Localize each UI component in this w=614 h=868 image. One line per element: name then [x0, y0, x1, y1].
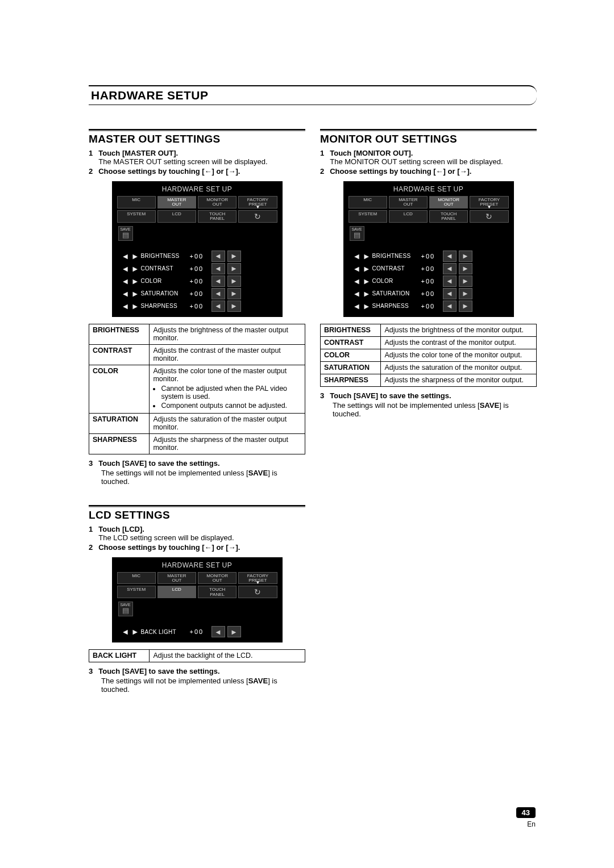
increment-button[interactable]: ► — [459, 263, 472, 274]
increment-button[interactable]: ► — [459, 251, 472, 262]
hardware-panel-master: HARDWARE SET UP MIC MASTEROUT MONITOROUT… — [112, 181, 283, 317]
step-3: 3 Touch [SAVE] to save the settings. — [89, 667, 305, 675]
setting-label: BRIGHTNESS — [141, 253, 188, 259]
decrement-button[interactable]: ◄ — [211, 301, 225, 312]
tab-system[interactable]: SYSTEM — [349, 210, 387, 223]
page-header: HARDWARE SETUP — [89, 85, 537, 105]
spec-table-master: BRIGHTNESSAdjusts the brightness of the … — [89, 324, 305, 454]
tab-lcd[interactable]: LCD — [157, 210, 196, 223]
step-number: 1 — [320, 149, 324, 166]
spec-key: SHARPNESS — [89, 433, 150, 454]
step-text: Choose settings by touching [ — [98, 167, 204, 176]
increment-button[interactable]: ► — [227, 276, 241, 287]
step-text: ]. — [235, 167, 240, 176]
right-column: MONITOR OUT SETTINGS 1 Touch [MONITOR OU… — [320, 129, 537, 694]
refresh-icon: ↻ — [486, 212, 492, 221]
page-footer: 43 En — [516, 807, 536, 828]
refresh-button[interactable]: ↻ — [470, 210, 508, 223]
arrow-right-icon: → — [459, 167, 467, 176]
tab-factory-preset[interactable]: FACTORYPRESET▼ — [238, 572, 277, 585]
step-1: 1 Touch [LCD]. The LCD setting screen wi… — [89, 525, 305, 542]
tab-lcd[interactable]: LCD — [389, 210, 428, 223]
spec-value: Adjusts the contrast of the master outpu… — [150, 344, 305, 365]
step-note: The settings will not be implemented unl… — [101, 677, 305, 694]
setting-label: COLOR — [141, 278, 188, 284]
setting-row: ◄►BACK LIGHT+00◄► — [114, 625, 280, 638]
setting-row: ◄►SATURATION+00◄► — [114, 287, 280, 300]
step-text: Choose settings by touching [ — [330, 167, 435, 176]
save-icon: ▤ — [119, 231, 132, 239]
tab-monitor-out[interactable]: MONITOROUT — [198, 572, 237, 585]
tab-touch-panel[interactable]: TOUCHPANEL — [429, 210, 468, 223]
step-number: 3 — [89, 459, 93, 468]
decrement-button[interactable]: ◄ — [443, 251, 457, 262]
tab-factory-preset[interactable]: FACTORYPRESET▼ — [470, 196, 508, 208]
tab-monitor-out[interactable]: MONITOROUT — [429, 196, 468, 208]
setting-value: +00 — [190, 253, 209, 260]
tab-mic[interactable]: MIC — [117, 196, 156, 208]
step-number: 3 — [89, 667, 93, 675]
refresh-button[interactable]: ↻ — [238, 210, 277, 223]
level-indicator-icon: ◄► — [118, 276, 139, 286]
save-button[interactable]: SAVE ▤ — [118, 602, 133, 616]
tab-master-out[interactable]: MASTEROUT — [157, 196, 196, 208]
spec-key: BRIGHTNESS — [89, 324, 150, 344]
tab-system[interactable]: SYSTEM — [117, 586, 156, 598]
table-row: SATURATIONAdjusts the saturation of the … — [321, 361, 537, 374]
step-2: 2 Choose settings by touching [←] or [→]… — [89, 167, 305, 176]
tab-master-out[interactable]: MASTEROUT — [157, 572, 196, 585]
decrement-button[interactable]: ◄ — [211, 288, 225, 299]
spec-value: Adjusts the sharpness of the master outp… — [150, 433, 305, 454]
decrement-button[interactable]: ◄ — [443, 301, 457, 312]
step-note: The settings will not be implemented unl… — [333, 401, 537, 418]
save-button[interactable]: SAVE ▤ — [350, 226, 364, 241]
step-2: 2 Choose settings by touching [←] or [→]… — [320, 167, 537, 176]
decrement-button[interactable]: ◄ — [211, 251, 225, 262]
tab-system[interactable]: SYSTEM — [117, 210, 156, 223]
spec-value: Adjusts the sharpness of the monitor out… — [381, 374, 537, 386]
section-rule — [89, 129, 305, 131]
tab-touch-panel[interactable]: TOUCHPANEL — [198, 586, 237, 598]
tab-lcd[interactable]: LCD — [157, 586, 196, 598]
increment-button[interactable]: ► — [459, 301, 472, 312]
level-indicator-icon: ◄► — [118, 627, 139, 637]
hardware-panel-lcd: HARDWARE SET UP MIC MASTEROUT MONITOROUT… — [112, 557, 283, 643]
step-3: 3 Touch [SAVE] to save the settings. — [89, 459, 305, 468]
tab-mic[interactable]: MIC — [117, 572, 156, 585]
tab-touch-panel[interactable]: TOUCHPANEL — [198, 210, 237, 223]
tab-master-out[interactable]: MASTEROUT — [389, 196, 428, 208]
increment-button[interactable]: ► — [227, 626, 241, 637]
setting-row: ◄►BRIGHTNESS+00◄► — [114, 250, 280, 262]
setting-label: SATURATION — [372, 290, 419, 297]
increment-button[interactable]: ► — [227, 263, 241, 274]
tab-monitor-out[interactable]: MONITOROUT — [198, 196, 237, 208]
step-bold: Touch [MASTER OUT]. — [98, 149, 178, 157]
level-indicator-icon: ◄► — [118, 251, 139, 261]
save-icon: ▤ — [350, 231, 364, 239]
decrement-button[interactable]: ◄ — [443, 263, 457, 274]
increment-button[interactable]: ► — [459, 288, 472, 299]
decrement-button[interactable]: ◄ — [211, 276, 225, 287]
step-desc: The MASTER OUT setting screen will be di… — [98, 157, 267, 166]
spec-value: Adjusts the saturation of the master out… — [150, 413, 305, 433]
decrement-button[interactable]: ◄ — [443, 276, 457, 287]
setting-row: ◄►CONTRAST+00◄► — [114, 262, 280, 275]
increment-button[interactable]: ► — [459, 276, 472, 287]
level-indicator-icon: ◄► — [118, 301, 139, 311]
decrement-button[interactable]: ◄ — [211, 263, 225, 274]
tab-mic[interactable]: MIC — [349, 196, 387, 208]
decrement-button[interactable]: ◄ — [443, 288, 457, 299]
setting-label: CONTRAST — [372, 265, 419, 272]
step-text: ] or [ — [212, 543, 229, 552]
level-indicator-icon: ◄► — [118, 289, 139, 299]
increment-button[interactable]: ► — [227, 301, 241, 312]
save-button[interactable]: SAVE ▤ — [118, 226, 133, 241]
step-bold: Touch [SAVE] to save the settings. — [98, 667, 219, 675]
increment-button[interactable]: ► — [227, 288, 241, 299]
refresh-button[interactable]: ↻ — [238, 586, 277, 598]
decrement-button[interactable]: ◄ — [211, 626, 225, 637]
tab-factory-preset[interactable]: FACTORYPRESET▼ — [238, 196, 277, 208]
setting-row: ◄►SHARPNESS+00◄► — [346, 300, 512, 312]
spec-table-monitor: BRIGHTNESSAdjusts the brightness of the … — [320, 324, 537, 387]
increment-button[interactable]: ► — [227, 251, 241, 262]
